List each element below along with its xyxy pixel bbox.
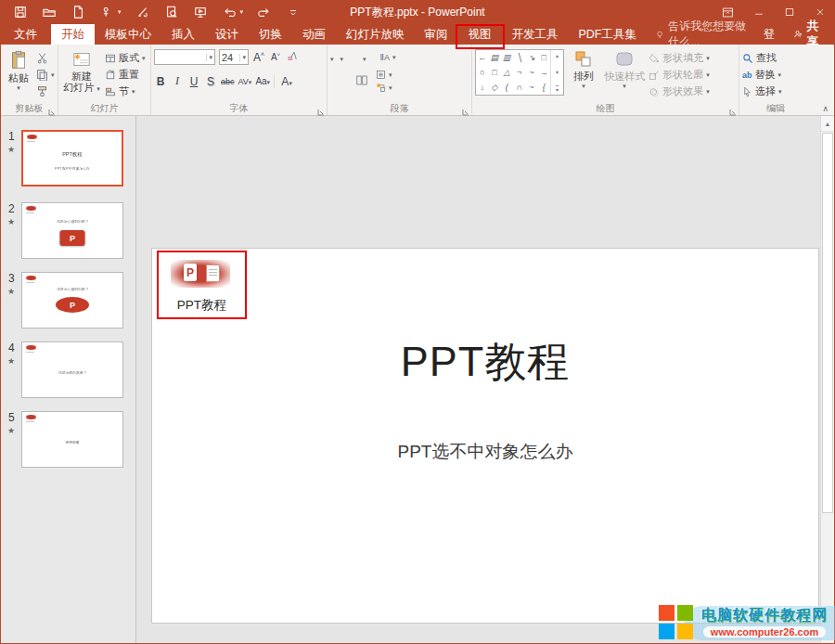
shape-down-arrow-icon[interactable]: ↓ bbox=[480, 84, 484, 92]
tab-pdf-tools[interactable]: PDF工具集 bbox=[569, 24, 648, 45]
shape-effects-button[interactable]: 形状效果▾ bbox=[649, 84, 719, 98]
tab-slideshow[interactable]: 幻灯片放映 bbox=[336, 24, 415, 45]
tab-animations[interactable]: 动画 bbox=[292, 24, 336, 45]
line-spacing-icon[interactable]: ▾ bbox=[363, 52, 366, 63]
font-dialog-launcher-icon[interactable] bbox=[317, 107, 325, 114]
shapes-gallery[interactable]: ← ▤ ▥ ╲ ↘ □ ○ □ △ ¬ ~ → ↓ ◇ ( ∩ ~ bbox=[475, 49, 564, 96]
shape-freeform-icon[interactable]: ( bbox=[506, 84, 508, 92]
tab-view[interactable]: 视图 bbox=[458, 24, 502, 45]
slide-thumbnail-4[interactable]: 这是怎样的效果 ? bbox=[21, 341, 123, 398]
qat-more-icon[interactable] bbox=[286, 5, 301, 19]
touch-mode-dropdown-icon[interactable]: ▾ bbox=[118, 8, 122, 16]
tab-home[interactable]: 开始 bbox=[51, 24, 95, 45]
strikethrough-button[interactable]: abc bbox=[221, 77, 235, 86]
undo-icon[interactable] bbox=[222, 5, 237, 19]
shape-elbow-connector-icon[interactable]: ¬ bbox=[517, 69, 521, 77]
clipboard-dialog-launcher-icon[interactable] bbox=[48, 107, 56, 114]
convert-to-smartart-icon[interactable]: ▾ bbox=[376, 83, 392, 93]
undo-dropdown-icon[interactable]: ▾ bbox=[240, 8, 244, 16]
cut-icon[interactable] bbox=[36, 51, 55, 65]
slide-title[interactable]: PPT教程 bbox=[152, 334, 818, 390]
find-button[interactable]: 查找 bbox=[742, 51, 782, 65]
scroll-up-icon[interactable]: ▲ bbox=[821, 116, 834, 132]
decrease-font-size-button[interactable]: A˅ bbox=[269, 52, 282, 62]
shape-rectangle-icon[interactable]: □ bbox=[542, 54, 546, 62]
shape-arrow-line-icon[interactable]: ↘ bbox=[528, 54, 535, 62]
italic-button[interactable]: I bbox=[171, 74, 184, 88]
character-spacing-button[interactable]: AV▾ bbox=[238, 77, 252, 86]
bullets-icon[interactable]: ▾ bbox=[330, 52, 334, 63]
paste-button[interactable]: 粘贴 ▾ bbox=[4, 47, 33, 99]
shape-triangle-icon[interactable]: △ bbox=[504, 69, 510, 77]
numbering-icon[interactable]: ▾ bbox=[340, 52, 344, 63]
shape-curve-connector-icon[interactable]: ~ bbox=[529, 69, 533, 77]
shape-rounded-rectangle-icon[interactable]: □ bbox=[492, 69, 496, 77]
text-direction-icon[interactable]: ⅡA▾ bbox=[380, 52, 396, 63]
shape-outline-button[interactable]: 形状轮廓▾ bbox=[649, 68, 719, 82]
gallery-more-icon[interactable]: ▾ bbox=[556, 85, 559, 93]
format-painter-icon[interactable] bbox=[36, 84, 55, 98]
replace-button[interactable]: ab替换▾ bbox=[742, 68, 782, 82]
shape-oval-icon[interactable]: ○ bbox=[480, 69, 484, 77]
vertical-scrollbar[interactable]: ▲ bbox=[820, 116, 834, 643]
copy-icon[interactable]: ▾ bbox=[36, 68, 55, 82]
font-color-button[interactable]: A▾ bbox=[274, 75, 293, 88]
slide-subtitle[interactable]: PPT选不中对象怎么办 bbox=[152, 440, 818, 464]
share-button[interactable]: 共享 bbox=[793, 24, 835, 45]
font-name-combobox[interactable]: ▾ bbox=[154, 49, 215, 65]
scrollbar-thumb[interactable] bbox=[822, 133, 833, 513]
quick-styles-button[interactable]: 快速样式 ▾ bbox=[603, 47, 646, 99]
section-button[interactable]: 节▾ bbox=[105, 84, 146, 98]
columns-icon[interactable] bbox=[356, 75, 367, 87]
text-shadow-button[interactable]: S bbox=[204, 75, 217, 88]
maximize-icon[interactable] bbox=[774, 0, 804, 24]
tab-developer[interactable]: 开发工具 bbox=[502, 24, 569, 45]
drawing-dialog-launcher-icon[interactable] bbox=[729, 107, 737, 114]
tell-me-box[interactable]: 告诉我您想要做什么... bbox=[647, 24, 752, 45]
shape-text-box-icon[interactable]: ▤ bbox=[491, 54, 499, 62]
shape-left-arrow-icon[interactable]: ← bbox=[478, 54, 486, 62]
change-case-button[interactable]: Aa▾ bbox=[255, 76, 270, 86]
increase-font-size-button[interactable]: A˄ bbox=[252, 51, 265, 64]
shape-line-icon[interactable]: ╲ bbox=[517, 54, 521, 62]
tab-template-center[interactable]: 模板中心 bbox=[95, 24, 161, 45]
shapes-gallery-scroll[interactable]: ▴▾▾ bbox=[550, 50, 563, 95]
tab-file[interactable]: 文件 bbox=[0, 24, 51, 45]
align-text-icon[interactable]: ▾ bbox=[376, 70, 392, 80]
layout-button[interactable]: 版式▾ bbox=[105, 51, 146, 65]
open-icon[interactable] bbox=[42, 5, 57, 19]
shape-curve-icon[interactable]: ~ bbox=[529, 84, 533, 92]
slide-thumbnail-5[interactable]: 谢谢观看 bbox=[21, 411, 123, 468]
touch-mode-icon[interactable] bbox=[99, 5, 114, 19]
tab-transitions[interactable]: 切换 bbox=[249, 24, 292, 45]
new-file-icon[interactable] bbox=[71, 5, 85, 19]
shape-fill-button[interactable]: 形状填充▾ bbox=[649, 51, 719, 65]
save-icon[interactable] bbox=[13, 5, 28, 19]
shape-right-arrow-icon[interactable]: → bbox=[540, 69, 548, 77]
shape-picture-placeholder-icon[interactable]: ▥ bbox=[503, 54, 511, 62]
font-size-combobox[interactable]: 24▾ bbox=[219, 49, 249, 65]
tab-review[interactable]: 审阅 bbox=[415, 24, 458, 45]
collapse-ribbon-icon[interactable]: ∧ bbox=[822, 104, 829, 113]
print-preview-icon[interactable] bbox=[164, 5, 179, 19]
shape-diamond-icon[interactable]: ◇ bbox=[492, 84, 498, 92]
sign-in-button[interactable]: 登录 bbox=[752, 24, 793, 45]
new-slide-button[interactable]: 新建幻灯片 ▾ bbox=[61, 47, 102, 99]
gallery-down-icon[interactable]: ▾ bbox=[556, 69, 559, 75]
ink-pen-icon[interactable] bbox=[135, 5, 150, 19]
paragraph-dialog-launcher-icon[interactable] bbox=[462, 107, 469, 114]
underline-button[interactable]: U bbox=[187, 75, 200, 88]
arrange-button[interactable]: 排列 ▾ bbox=[567, 47, 600, 99]
slide-thumbnail-3[interactable]: 这是怎么做到的呢 ? P bbox=[21, 272, 123, 328]
shape-brace-icon[interactable]: { bbox=[543, 84, 546, 92]
shape-arc-icon[interactable]: ∩ bbox=[516, 84, 521, 92]
redo-icon[interactable] bbox=[257, 5, 272, 19]
bold-button[interactable]: B bbox=[154, 75, 167, 88]
select-button[interactable]: 选择▾ bbox=[742, 84, 782, 98]
reset-button[interactable]: 重置 bbox=[105, 68, 146, 82]
slide-thumbnail-2[interactable]: 这是怎么做到的呢 ? P bbox=[21, 202, 123, 259]
slideshow-icon[interactable] bbox=[193, 5, 208, 19]
slide-editing-area[interactable]: P PPT教程 PPT教程 PPT选不中对象怎么办 bbox=[151, 248, 819, 624]
slide-thumbnail-1[interactable]: PPT教程 PPT选不中对象怎么办 bbox=[21, 130, 123, 187]
tab-insert[interactable]: 插入 bbox=[161, 24, 205, 45]
